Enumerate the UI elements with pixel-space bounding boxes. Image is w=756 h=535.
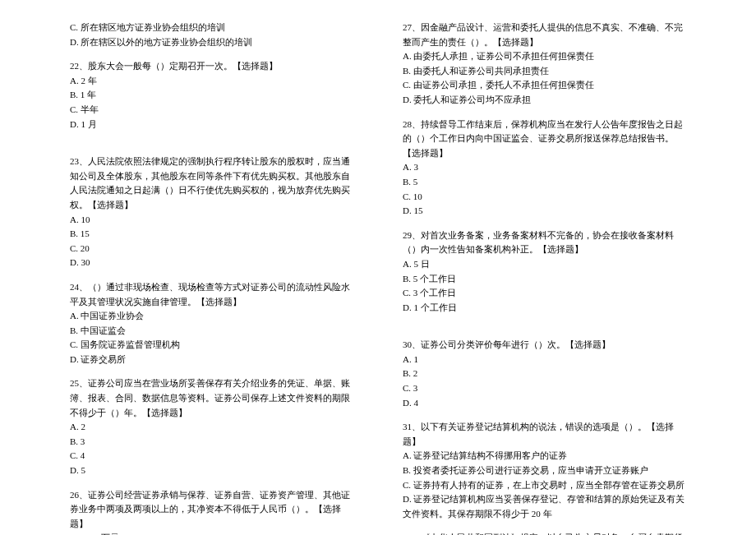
option: C. 3 个工作日: [403, 286, 686, 301]
option: B. 5 个工作日: [403, 272, 686, 287]
question-stem: 25、证券公司应当在营业场所妥善保存有关介绍业务的凭证、单据、账簿、报表、合同、…: [70, 376, 353, 420]
option: B. 中国证监会: [70, 324, 353, 339]
option: B. 15: [70, 227, 353, 242]
question-stem: 27、因金融产品设计、运营和委托人提供的信息不真实、不准确、不完整而产生的责任（…: [403, 21, 686, 49]
question-stem: 30、证券公司分类评价每年进行（）次。【选择题】: [403, 338, 686, 353]
q22: 22、股东大会一般每（）定期召开一次。【选择题】 A. 2 年 B. 1 年 C…: [70, 59, 353, 131]
option: A. 5000 万元: [70, 531, 353, 535]
option: D. 5: [70, 464, 353, 478]
option: A. 证券登记结算结构不得挪用客户的证券: [403, 449, 686, 464]
option: D. 证券交易所: [70, 353, 353, 367]
left-column: C. 所在辖区地方证券业协会组织的培训 D. 所在辖区以外的地方证券业协会组织的…: [70, 21, 353, 535]
q32: 32、《中华人民共和国刑法》规定，以自己为交易对象，自买自卖期货合约，影响证券交…: [403, 531, 686, 535]
question-stem: 29、对首次业务备案，业务备案材料不完备的，协会在接收备案材料（）内一次性告知备…: [403, 228, 686, 257]
option: D. 委托人和证券公司均不应承担: [403, 93, 686, 108]
option: C. 4: [70, 449, 353, 464]
question-stem: 26、证券公司经营证券承销与保荐、证券自营、证券资产管理、其他证券业务中两项及两…: [70, 488, 353, 532]
question-stem: 32、《中华人民共和国刑法》规定，以自己为交易对象，自买自卖期货合约，影响证券交…: [403, 531, 686, 535]
option: A. 中国证券业协会: [70, 309, 353, 324]
option: C. 10: [403, 190, 686, 205]
q31: 31、以下有关证券登记结算机构的说法，错误的选项是（）。【选择题】 A. 证券登…: [403, 420, 686, 521]
q26: 26、证券公司经营证券承销与保荐、证券自营、证券资产管理、其他证券业务中两项及两…: [70, 488, 353, 535]
option: C. 半年: [70, 103, 353, 118]
option: D. 15: [403, 204, 686, 219]
two-column-layout: C. 所在辖区地方证券业协会组织的培训 D. 所在辖区以外的地方证券业协会组织的…: [70, 21, 686, 535]
q27: 27、因金融产品设计、运营和委托人提供的信息不真实、不准确、不完整而产生的责任（…: [403, 21, 686, 108]
option: B. 1 年: [70, 88, 353, 103]
option: A. 3: [403, 160, 686, 175]
question-stem: 31、以下有关证券登记结算机构的说法，错误的选项是（）。【选择题】: [403, 420, 686, 449]
q21-remainder: C. 所在辖区地方证券业协会组织的培训 D. 所在辖区以外的地方证券业协会组织的…: [70, 21, 353, 49]
option: C. 由证券公司承担，委托人不承担任何担保责任: [403, 78, 686, 93]
option: A. 5 日: [403, 257, 686, 272]
question-stem: 23、人民法院依照法律规定的强制执行程序转让股东的股权时，应当通知公司及全体股东…: [70, 155, 353, 212]
option: C. 所在辖区地方证券业协会组织的培训: [70, 21, 353, 35]
option: C. 证券持有人持有的证券，在上市交易时，应当全部存管在证券交易所: [403, 478, 686, 493]
option: D. 1 月: [70, 118, 353, 132]
option: B. 2: [403, 367, 686, 381]
q25: 25、证券公司应当在营业场所妥善保存有关介绍业务的凭证、单据、账簿、报表、合同、…: [70, 376, 353, 477]
option: D. 1 个工作日: [403, 301, 686, 316]
option: B. 由委托人和证券公司共同承担责任: [403, 64, 686, 79]
option: C. 20: [70, 242, 353, 256]
option: D. 证券登记结算机构应当妥善保存登记、存管和结算的原始凭证及有关文件资料。其保…: [403, 492, 686, 521]
question-stem: 28、持续督导工作结束后，保荐机构应当在发行人公告年度报告之日起的（）个工作日内…: [403, 118, 686, 161]
option: D. 4: [403, 396, 686, 411]
q23: 23、人民法院依照法律规定的强制执行程序转让股东的股权时，应当通知公司及全体股东…: [70, 155, 353, 270]
option: A. 1: [403, 353, 686, 367]
q30: 30、证券公司分类评价每年进行（）次。【选择题】 A. 1 B. 2 C. 3 …: [403, 338, 686, 410]
right-column: 27、因金融产品设计、运营和委托人提供的信息不真实、不准确、不完整而产生的责任（…: [403, 21, 686, 535]
option: D. 30: [70, 256, 353, 270]
option: A. 10: [70, 213, 353, 228]
option: A. 2 年: [70, 74, 353, 89]
option: C. 3: [403, 381, 686, 396]
q28: 28、持续督导工作结束后，保荐机构应当在发行人公告年度报告之日起的（）个工作日内…: [403, 118, 686, 219]
option: C. 国务院证券监督管理机构: [70, 338, 353, 353]
option: B. 5: [403, 175, 686, 190]
option: D. 所在辖区以外的地方证券业协会组织的培训: [70, 35, 353, 50]
option: A. 由委托人承担，证券公司不承担任何担保责任: [403, 49, 686, 64]
option: A. 2: [70, 420, 353, 435]
question-stem: 22、股东大会一般每（）定期召开一次。【选择题】: [70, 59, 353, 74]
q24: 24、（）通过非现场检查、现场检查等方式对证券公司的流动性风险水平及其管理状况实…: [70, 280, 353, 367]
option: B. 3: [70, 435, 353, 450]
option: B. 投资者委托证券公司进行证券交易，应当申请开立证券账户: [403, 464, 686, 478]
q29: 29、对首次业务备案，业务备案材料不完备的，协会在接收备案材料（）内一次性告知备…: [403, 228, 686, 316]
question-stem: 24、（）通过非现场检查、现场检查等方式对证券公司的流动性风险水平及其管理状况实…: [70, 280, 353, 309]
